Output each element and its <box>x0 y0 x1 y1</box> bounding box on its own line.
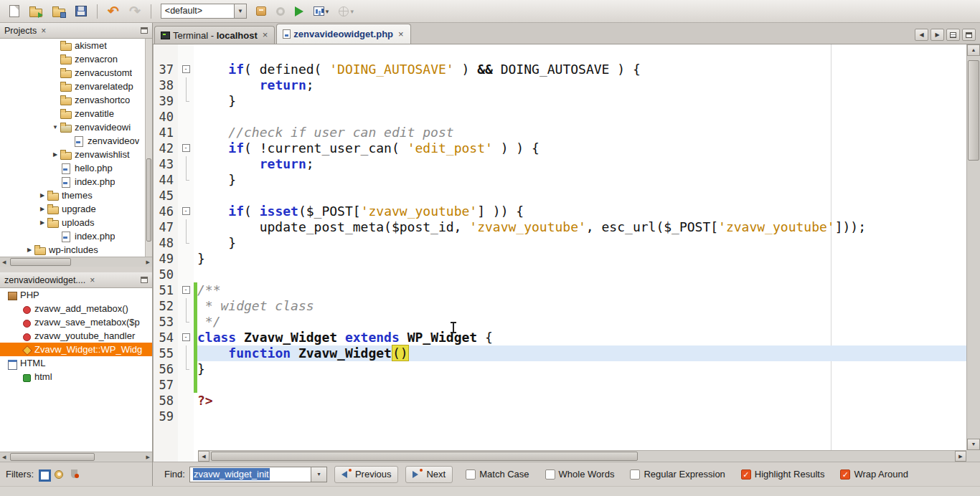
redo-button[interactable]: ↷ <box>126 3 144 20</box>
find-option[interactable]: Match Case <box>466 469 529 480</box>
filter-functions-icon[interactable] <box>53 468 65 480</box>
chevron-right-icon[interactable]: ▶ <box>24 247 34 253</box>
chevron-right-icon[interactable]: ▶ <box>37 192 47 199</box>
profile-select[interactable]: <default> ▼ <box>161 4 247 19</box>
chevron-right-icon[interactable]: ▶ <box>37 206 47 212</box>
symbol-item[interactable]: zvavw_youtube_handler <box>0 329 152 343</box>
symbol-item[interactable]: PHP <box>0 288 152 302</box>
browser-button[interactable]: ▾ <box>335 4 357 19</box>
symbol-item[interactable]: Zvavw_Widget::WP_Widg <box>0 343 152 356</box>
scrollbar-thumb[interactable] <box>10 258 71 266</box>
scroll-left-icon[interactable]: ◀ <box>2 454 6 460</box>
open-file-button[interactable] <box>26 4 46 19</box>
tree-item[interactable]: zenvavideov <box>0 134 152 148</box>
scroll-tabs-right-button[interactable]: ▶ <box>930 29 944 41</box>
tree-item[interactable]: zenvarelatedp <box>0 80 152 93</box>
fold-marker-icon[interactable]: - <box>182 333 190 341</box>
code-line[interactable]: 52 * widget class <box>154 298 966 314</box>
find-input[interactable]: zvavw_widget_init <box>189 467 311 482</box>
close-icon[interactable]: × <box>41 27 46 34</box>
checkbox-icon[interactable] <box>466 469 476 480</box>
fold-marker-icon[interactable]: - <box>182 286 190 294</box>
scroll-tabs-left-button[interactable]: ◀ <box>915 29 928 41</box>
code-line[interactable]: 54-class Zvavw_Widget extends WP_Widget … <box>154 330 966 345</box>
code-line[interactable]: 43 return; <box>154 156 966 172</box>
projects-horizontal-scrollbar[interactable]: ◀ ▶ <box>0 257 152 267</box>
tree-item[interactable]: ▶zenvawishlist <box>0 148 152 161</box>
code-line[interactable]: 42- if( !current_user_can( 'edit_post' )… <box>154 140 966 156</box>
detach-panel-icon[interactable] <box>141 277 148 283</box>
symbol-item[interactable]: zvavw_save_metabox($p <box>0 315 152 329</box>
scroll-left-icon[interactable]: ◀ <box>198 451 209 462</box>
tools-button[interactable] <box>273 5 288 18</box>
symbol-item[interactable]: HTML <box>0 356 152 370</box>
checkbox-icon[interactable] <box>545 469 555 480</box>
tab-list-button[interactable] <box>946 29 960 41</box>
code-line[interactable]: 37- if( defined( 'DOING_AUTOSAVE' ) && D… <box>154 62 966 77</box>
chevron-right-icon[interactable]: ▶ <box>50 151 60 158</box>
close-icon[interactable]: × <box>90 277 95 284</box>
symbol-item[interactable]: html <box>0 370 152 383</box>
code-line[interactable]: 50 <box>154 267 966 282</box>
fold-marker-icon[interactable]: - <box>182 207 190 215</box>
chevron-down-icon[interactable]: ▼ <box>50 124 60 130</box>
tree-item[interactable]: ▶uploads <box>0 216 152 229</box>
symbols-horizontal-scrollbar[interactable]: ◀ ▶ <box>0 452 152 462</box>
code-line[interactable]: 48 } <box>154 235 966 251</box>
code-line[interactable]: 45 <box>154 188 966 204</box>
find-previous-button[interactable]: Previous <box>334 466 399 483</box>
save-button[interactable] <box>72 4 90 19</box>
filter-private-icon[interactable] <box>69 468 81 480</box>
open-project-button[interactable] <box>49 4 69 19</box>
detach-panel-icon[interactable] <box>141 27 148 34</box>
tree-item[interactable]: ▼zenvavideowi <box>0 120 152 134</box>
projects-vertical-scrollbar[interactable] <box>145 39 152 257</box>
run-button[interactable] <box>291 4 307 19</box>
code-line[interactable]: 44 } <box>154 172 966 188</box>
code-line[interactable]: 51-/** <box>154 282 966 298</box>
tree-item[interactable]: ▶wp-includes <box>0 243 152 257</box>
code-line[interactable]: 38 return; <box>154 77 966 93</box>
tree-item[interactable]: index.php <box>0 175 152 189</box>
tree-item[interactable]: ▶upgrade <box>0 202 152 216</box>
tree-item[interactable]: akismet <box>0 39 152 52</box>
find-option[interactable]: ✓Wrap Around <box>840 469 908 480</box>
horizontal-scrollbar[interactable]: ◀ ▶ <box>198 450 966 462</box>
build-button[interactable] <box>253 4 270 18</box>
tree-item[interactable]: zenvatitle <box>0 107 152 120</box>
scrollbar-thumb[interactable] <box>146 158 151 242</box>
panel-splitter[interactable] <box>0 267 152 272</box>
code-line[interactable]: 47 update_post_meta($post_id, 'zvavw_you… <box>154 219 966 235</box>
scroll-right-icon[interactable]: ▶ <box>146 259 150 265</box>
tree-item[interactable]: zenvashortco <box>0 93 152 107</box>
tab-zenvavideowidget[interactable]: zenvavideowidget.php × <box>276 24 410 44</box>
tab-terminal[interactable]: Terminal - localhost × <box>154 26 275 44</box>
code-line[interactable]: 59 <box>154 409 966 424</box>
scroll-right-icon[interactable]: ▶ <box>955 451 966 462</box>
vertical-scrollbar[interactable]: ▲ ▼ <box>966 44 980 450</box>
symbol-item[interactable]: zvavw_add_metabox() <box>0 302 152 315</box>
scroll-up-icon[interactable]: ▲ <box>967 44 980 56</box>
code-line[interactable]: 39 } <box>154 93 966 109</box>
find-option[interactable]: ✓Highlight Results <box>741 469 825 480</box>
code-line[interactable]: 46- if( isset($_POST['zvavw_youtube'] ))… <box>154 204 966 219</box>
chevron-right-icon[interactable]: ▶ <box>37 219 47 226</box>
preview-button[interactable]: ▾ <box>310 4 333 18</box>
code-line[interactable]: 40 <box>154 109 966 125</box>
tree-item[interactable]: hello.php <box>0 161 152 175</box>
code-editor[interactable]: 37- if( defined( 'DOING_AUTOSAVE' ) && D… <box>153 44 980 462</box>
code-line[interactable]: 53 */ <box>154 314 966 330</box>
split-view-button[interactable] <box>962 29 976 41</box>
scrollbar-thumb[interactable] <box>10 453 95 461</box>
close-icon[interactable]: × <box>262 32 269 39</box>
find-option[interactable]: Regular Expression <box>630 469 725 480</box>
tree-item[interactable]: zenvacron <box>0 52 152 66</box>
find-next-button[interactable]: Next <box>405 466 453 483</box>
code-line[interactable]: 41 //check if user can edit post <box>154 125 966 140</box>
new-file-button[interactable] <box>6 3 23 19</box>
tree-item[interactable]: zenvacustomt <box>0 66 152 80</box>
scroll-left-icon[interactable]: ◀ <box>2 259 6 265</box>
tree-item[interactable]: index.php <box>0 229 152 243</box>
undo-button[interactable]: ↶ <box>104 3 123 20</box>
scroll-right-icon[interactable]: ▶ <box>146 454 150 460</box>
